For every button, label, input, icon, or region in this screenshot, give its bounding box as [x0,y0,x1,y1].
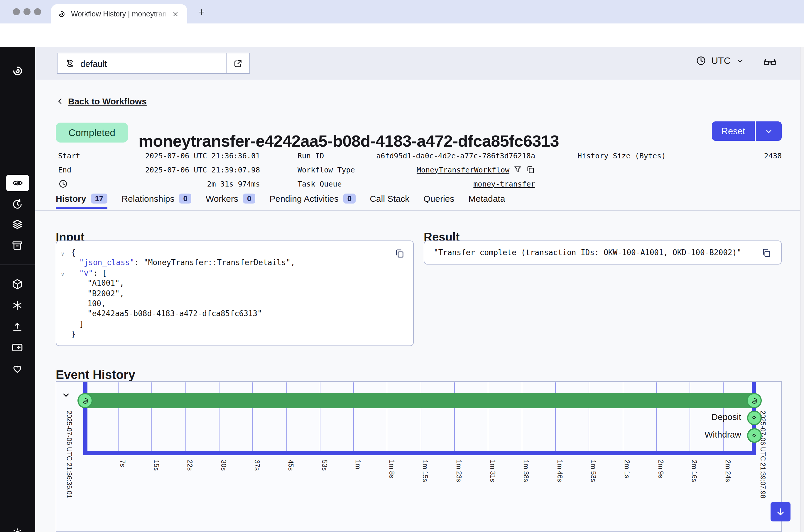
copy-icon[interactable] [526,165,535,174]
timeline-tick-label: 37s [254,460,261,471]
timezone-selector[interactable]: UTC [695,55,745,66]
feedback-screen-icon[interactable] [11,341,23,354]
tab-label: Workers [206,193,238,204]
tab-call-stack[interactable]: Call Stack [370,193,409,209]
theme-toggle-sun-icon[interactable] [11,527,23,532]
tab-history[interactable]: History17 [56,193,107,209]
tab-title: Workflow History | moneytran [71,10,170,18]
workflow-type-link[interactable]: MoneyTransferWorkflow [417,165,509,174]
detail-history-size-row: History Size (Bytes) 2438 [578,148,782,163]
tab-label: History [56,193,86,204]
json-text: "e4242aa5-b08d-4183-a472-dfca85fc6313" [88,309,262,318]
archive-icon[interactable] [11,239,23,252]
json-line: 100, [71,299,295,309]
reset-menu-button[interactable] [756,121,782,141]
timeline-tick-label: 1m 53s [590,460,597,482]
codec-cube-icon[interactable] [11,278,23,290]
event-history-heading: Event History [56,368,135,382]
json-text: { [71,248,76,257]
details-column-ids: Run ID a6fd95d1-da0c-4d2e-a77c-786f3d762… [298,148,535,191]
detail-end-row: End 2025-07-06 UTC 21:39:07.98 [58,163,260,176]
duration-value: 2m 31s 974ms [207,179,260,188]
timezone-value: UTC [711,55,731,66]
tab-label: Metadata [468,193,505,204]
diamond-icon [750,414,758,422]
timeline-tick-label: 1m 46s [556,460,563,482]
filter-funnel-icon[interactable] [513,165,522,174]
arrow-down-icon [775,507,786,517]
workflow-execution-bar[interactable] [85,393,754,408]
tab-pending-activities[interactable]: Pending Activities0 [270,193,356,209]
input-json-code: ∨{"json_class": "MoneyTransfer::Transfer… [71,248,295,339]
timeline-tick-label: 1m [354,460,361,469]
chevron-left-icon [56,97,64,106]
tab-queries[interactable]: Queries [424,193,454,209]
app-window: Workflow History | moneytran localhost:8… [0,0,804,532]
history-size-label: History Size (Bytes) [578,151,666,160]
main-content: Back to Workflows Completed moneytransfe… [35,80,801,532]
json-line: "A1001", [71,278,295,288]
run-id-value: a6fd95d1-da0c-4d2e-a77c-786f3d76218a [376,151,535,160]
json-line: "e4242aa5-b08d-4183-a472-dfca85fc6313" [71,309,295,319]
tab-relationships[interactable]: Relationships0 [121,193,192,209]
tab-count-badge: 0 [179,193,191,204]
detail-workflow-type-row: Workflow Type MoneyTransferWorkflow [298,163,535,176]
reset-button[interactable]: Reset [712,121,755,141]
workflow-title: moneytransfer-e4242aa5-b08d-4183-a472-df… [138,132,559,151]
timeline-tick-label: 2m 24s [725,460,731,482]
window-maximize-button[interactable] [34,8,41,15]
import-upload-icon[interactable] [11,320,23,332]
timeline-tick-label: 2m 1s [623,460,631,478]
window-close-button[interactable] [13,8,20,15]
timeline-tick-label: 1m 8s [388,460,395,478]
result-payload-box: "Transfer complete (transaction IDs: OKW… [424,241,782,265]
timeline-tick-label: 1m 15s [422,460,429,482]
start-value: 2025-07-06 UTC 21:36:36.01 [145,151,260,160]
tab-label: Relationships [121,193,174,204]
schedules-icon[interactable] [11,198,23,210]
workflow-start-node[interactable] [77,393,93,408]
support-heart-icon[interactable] [11,362,23,375]
timeline-tick-label: 30s [220,460,227,471]
namespace-icon [64,58,75,69]
back-link-label: Back to Workflows [68,96,147,106]
nexus-asterisk-icon[interactable] [11,299,23,311]
window-minimize-button[interactable] [23,8,31,15]
namespaces-layers-icon[interactable] [11,218,23,230]
browser-tab[interactable]: Workflow History | moneytran [51,4,187,23]
workflow-type-label: Workflow Type [298,165,355,174]
timeline-tick-label: 1m 23s [455,460,463,482]
scroll-to-bottom-button[interactable] [770,502,790,521]
copy-icon[interactable] [394,248,405,259]
workflows-eye-icon [12,177,23,189]
timeline-tick-label: 53s [321,460,328,471]
chevron-down-icon [764,127,773,136]
tab-label: Queries [424,193,454,204]
copy-icon[interactable] [761,247,772,258]
back-to-workflows-link[interactable]: Back to Workflows [56,96,147,106]
namespace-open-button[interactable] [226,53,249,73]
task-queue-link[interactable]: money-transfer [473,179,535,188]
tab-workers[interactable]: Workers0 [206,193,256,209]
timeline-collapse-chevron-icon[interactable] [61,390,71,400]
sidebar-item-workflows[interactable] [6,175,29,191]
workflow-end-node[interactable] [747,393,762,408]
json-text: : "MoneyTransfer::TransferDetails", [134,259,295,267]
activity-label-withdraw: Withdraw [705,429,741,439]
json-collapse-chevron-icon[interactable]: ∨ [61,270,64,280]
json-text: } [71,330,76,339]
tab-metadata[interactable]: Metadata [468,193,505,209]
new-tab-icon[interactable] [197,7,206,16]
json-collapse-chevron-icon[interactable]: ∨ [61,249,64,260]
tab-count-badge: 0 [243,193,255,204]
page-scrollbar[interactable] [800,47,804,532]
temporal-logo-icon[interactable] [11,64,25,78]
tab-close-icon[interactable] [172,10,179,17]
workflow-tabs: History17Relationships0Workers0Pending A… [56,193,505,209]
json-line: } [71,329,295,340]
namespace-value: default [80,58,107,68]
tab-label: Pending Activities [270,193,339,204]
clock-icon [695,55,707,66]
labs-glasses-icon[interactable] [763,55,777,69]
namespace-select[interactable]: default [57,53,226,73]
